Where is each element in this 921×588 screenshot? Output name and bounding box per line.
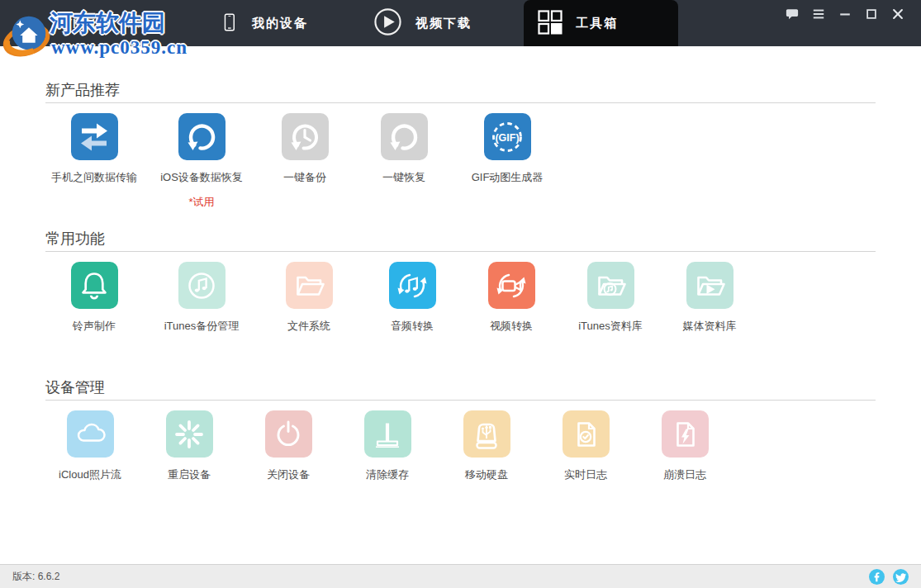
- tool-one-click-backup[interactable]: 一键备份: [255, 113, 354, 208]
- section-divider: [45, 102, 876, 103]
- titlebar: SynciosUltimate 我的设备 视频下载 工具箱: [0, 0, 921, 46]
- tool-one-click-restore[interactable]: 一键恢复: [354, 113, 453, 208]
- tool-icloud-photo-stream[interactable]: iCloud照片流: [40, 410, 140, 481]
- tool-label: 崩溃日志: [663, 468, 706, 481]
- icloud-photo-icon: [67, 410, 114, 458]
- one-click-backup-icon: [282, 113, 329, 160]
- reboot-icon: [166, 410, 213, 458]
- tool-row: 手机之间数据传输 iOS设备数据恢复 *试用 一键备份: [0, 113, 921, 208]
- tool-shutdown-device[interactable]: 关闭设备: [239, 410, 338, 481]
- feedback-icon[interactable]: [786, 7, 799, 21]
- section-new-products: 新产品推荐 手机之间数据传输 iOS设备数据恢复 *试用: [0, 80, 921, 208]
- tool-label: iTunes资料库: [578, 320, 643, 332]
- tool-label: 一键备份: [283, 171, 326, 183]
- tool-label: 音频转换: [391, 320, 434, 332]
- tool-phone-transfer[interactable]: 手机之间数据传输: [40, 113, 148, 208]
- itunes-backup-icon: [178, 262, 226, 309]
- data-recovery-icon: [178, 113, 226, 160]
- itunes-library-icon: [587, 262, 634, 309]
- ringtone-bell-icon: [71, 262, 118, 309]
- media-library-icon: [686, 262, 733, 309]
- one-click-restore-icon: [381, 113, 428, 160]
- app-edition: Ultimate: [121, 19, 157, 31]
- tab-label: 视频下载: [415, 16, 472, 31]
- tool-reboot-device[interactable]: 重启设备: [140, 410, 239, 481]
- tool-itunes-library[interactable]: iTunes资料库: [561, 262, 660, 332]
- video-convert-icon: [488, 262, 535, 309]
- gif-maker-icon: (GIF): [484, 113, 531, 160]
- tool-label: 铃声制作: [73, 320, 116, 332]
- tool-gif-maker[interactable]: (GIF) GIF动图生成器: [453, 113, 561, 208]
- tool-ringtone-maker[interactable]: 铃声制作: [40, 262, 148, 332]
- tab-label: 我的设备: [252, 16, 308, 31]
- file-system-folder-icon: [286, 262, 333, 309]
- play-icon: [373, 7, 402, 39]
- app-logo: SynciosUltimate: [51, 12, 157, 32]
- tool-label: iTunes备份管理: [164, 320, 240, 332]
- tool-label: iCloud照片流: [59, 468, 121, 481]
- tool-label: 视频转换: [490, 320, 533, 332]
- grid-icon: [538, 10, 563, 37]
- tool-row: 铃声制作 iTunes备份管理 文件系统: [0, 262, 921, 332]
- tool-ios-data-recovery[interactable]: iOS设备数据恢复 *试用: [148, 113, 255, 208]
- minimize-icon[interactable]: [838, 7, 852, 21]
- tool-label: 一键恢复: [382, 171, 425, 183]
- section-divider: [45, 400, 876, 401]
- maximize-icon[interactable]: [865, 7, 878, 21]
- facebook-icon[interactable]: [869, 569, 885, 585]
- close-icon[interactable]: [891, 7, 904, 21]
- tool-crash-log[interactable]: 崩溃日志: [635, 410, 734, 481]
- realtime-log-icon: [563, 410, 610, 458]
- tool-media-library[interactable]: 媒体资料库: [660, 262, 759, 332]
- tab-toolbox[interactable]: 工具箱: [524, 0, 678, 46]
- tool-label: 移动硬盘: [465, 468, 508, 481]
- tool-label: 手机之间数据传输: [51, 171, 137, 183]
- tool-external-drive[interactable]: 移动硬盘: [437, 410, 536, 481]
- tool-clear-cache[interactable]: 清除缓存: [338, 410, 437, 481]
- tool-row: iCloud照片流 重启设备 关闭设备: [0, 410, 921, 481]
- tool-label: 重启设备: [168, 468, 211, 481]
- tool-video-converter[interactable]: 视频转换: [462, 262, 561, 332]
- tool-label: iOS设备数据恢复: [160, 171, 243, 183]
- tab-label: 工具箱: [576, 16, 618, 31]
- tool-label: 实时日志: [564, 468, 607, 481]
- tool-label: 媒体资料库: [683, 320, 737, 332]
- svg-text:(GIF): (GIF): [495, 131, 519, 143]
- menu-icon[interactable]: [812, 7, 825, 21]
- tool-realtime-log[interactable]: 实时日志: [536, 410, 635, 481]
- usb-drive-icon: [463, 410, 510, 458]
- statusbar: 版本: 6.6.2: [0, 564, 921, 588]
- audio-convert-icon: [389, 262, 436, 309]
- clear-cache-icon: [364, 410, 411, 458]
- section-title: 设备管理: [45, 377, 921, 397]
- section-device-management: 设备管理 iCloud照片流 重启设备: [0, 377, 921, 481]
- crash-log-icon: [662, 410, 709, 458]
- twitter-icon[interactable]: [893, 569, 909, 585]
- tool-label: 关闭设备: [267, 468, 310, 481]
- tool-file-system[interactable]: 文件系统: [255, 262, 363, 332]
- tool-label: 文件系统: [287, 320, 330, 332]
- app-title: Syncios: [51, 12, 115, 31]
- social-links: [869, 569, 909, 585]
- tool-label: GIF动图生成器: [472, 171, 544, 183]
- tool-audio-converter[interactable]: 音频转换: [363, 262, 462, 332]
- toolbox-page: 新产品推荐 手机之间数据传输 iOS设备数据恢复 *试用: [0, 46, 921, 564]
- section-title: 新产品推荐: [45, 80, 921, 100]
- section-common-functions: 常用功能 铃声制作 iTunes备份管理: [0, 229, 921, 332]
- app-window: SynciosUltimate 我的设备 视频下载 工具箱: [0, 0, 921, 588]
- tab-video-download[interactable]: 视频下载: [373, 0, 472, 46]
- window-controls: [786, 7, 904, 21]
- trial-note: *试用: [188, 196, 214, 208]
- section-title: 常用功能: [45, 229, 921, 249]
- smartphone-icon: [220, 9, 239, 38]
- phone-transfer-icon: [71, 113, 118, 160]
- tool-label: 清除缓存: [366, 468, 409, 481]
- tool-itunes-backup-manager[interactable]: iTunes备份管理: [148, 262, 255, 332]
- section-divider: [45, 251, 876, 252]
- tab-my-device[interactable]: 我的设备: [220, 0, 308, 46]
- version-label: 版本: 6.6.2: [12, 570, 59, 584]
- shutdown-icon: [265, 410, 312, 458]
